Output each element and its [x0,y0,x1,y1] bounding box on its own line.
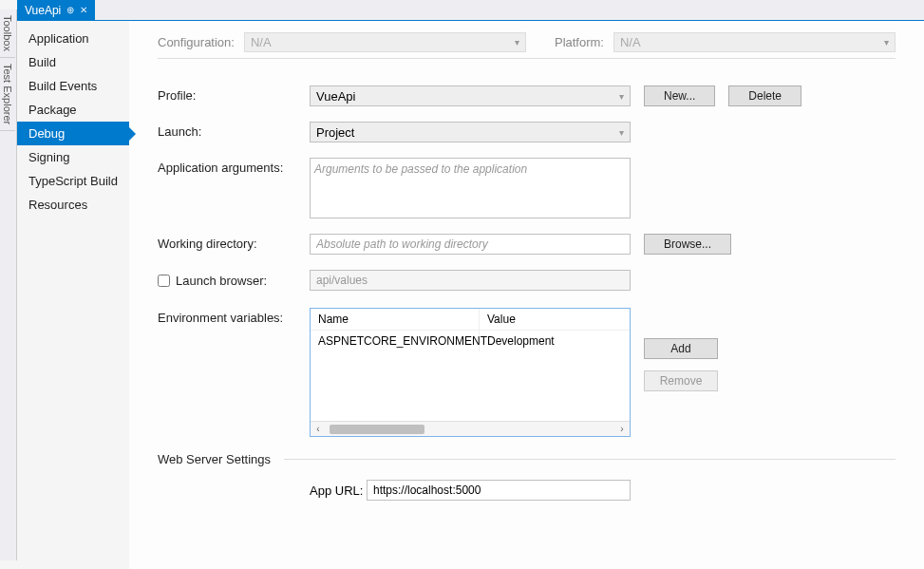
test-explorer-tab[interactable]: Test Explorer [0,58,15,131]
document-tab-title: VueApi [25,4,61,17]
browse-button[interactable]: Browse... [644,234,731,255]
document-tab-vueapi[interactable]: VueApi ⊕ ✕ [17,0,95,20]
table-row[interactable]: ASPNETCORE_ENVIRONMENT Development [311,331,630,351]
launch-select[interactable]: Project ▾ [310,122,631,142]
app-url-label: App URL: [310,484,367,498]
chevron-down-icon: ▾ [515,37,519,47]
scroll-right-icon[interactable]: › [614,424,630,434]
launch-browser-checkbox[interactable] [158,275,170,287]
content-wrap: Application Build Build Events Package D… [17,21,924,569]
env-header-name[interactable]: Name [311,309,480,330]
debug-pane: Configuration: N/A ▾ Platform: N/A ▾ Pro… [129,21,924,569]
pin-icon[interactable]: ⊕ [66,5,74,15]
nav-item-typescript-build[interactable]: TypeScript Build [17,169,129,193]
launch-row: Launch: Project ▾ [158,122,896,142]
app-url-input[interactable] [367,480,631,501]
web-server-settings-section: Web Server Settings [158,452,896,466]
remove-env-button: Remove [644,370,718,391]
config-platform-row: Configuration: N/A ▾ Platform: N/A ▾ [158,32,896,52]
working-directory-input[interactable] [310,234,631,255]
document-tab-bar: VueApi ⊕ ✕ [17,0,924,21]
close-icon[interactable]: ✕ [80,5,87,15]
env-cell-value[interactable]: Development [480,331,630,351]
app-args-label: Application arguments: [158,158,310,175]
env-vars-row: Environment variables: Name Value ASPNET… [158,308,896,437]
main-area: VueApi ⊕ ✕ Application Build Build Event… [17,0,924,569]
nav-item-signing[interactable]: Signing [17,145,129,169]
horizontal-scrollbar[interactable]: ‹ › [311,421,630,436]
platform-value: N/A [620,35,641,49]
app-url-row: App URL: [310,480,896,501]
side-tab-strip: Toolbox Test Explorer [0,9,17,560]
chevron-down-icon: ▾ [619,91,624,102]
profile-value: VueApi [316,89,355,104]
profile-select[interactable]: VueApi ▾ [310,85,631,106]
env-body: ASPNETCORE_ENVIRONMENT Development [311,331,630,421]
profile-row: Profile: VueApi ▾ New... Delete [158,85,896,106]
env-buttons: Add Remove [644,308,718,391]
nav-item-package[interactable]: Package [17,98,129,122]
working-directory-label: Working directory: [158,234,310,251]
chevron-down-icon: ▾ [619,127,624,138]
configuration-label: Configuration: [158,35,235,49]
nav-item-debug[interactable]: Debug [17,122,129,145]
nav-item-resources[interactable]: Resources [17,193,129,217]
scroll-thumb[interactable] [330,425,424,434]
app-args-row: Application arguments: [158,158,896,218]
chevron-down-icon: ▾ [884,37,889,47]
env-vars-table[interactable]: Name Value ASPNETCORE_ENVIRONMENT Develo… [310,308,631,437]
launch-value: Project [316,125,354,140]
web-server-settings-label: Web Server Settings [158,452,271,466]
scroll-left-icon[interactable]: ‹ [311,424,326,434]
env-header: Name Value [311,309,630,331]
env-vars-label: Environment variables: [158,308,310,325]
delete-profile-button[interactable]: Delete [728,85,801,106]
launch-browser-row: Launch browser: [158,270,896,291]
section-divider [284,459,896,460]
nav-item-build[interactable]: Build [17,50,129,74]
nav-item-build-events[interactable]: Build Events [17,74,129,98]
launch-label: Launch: [158,122,310,139]
launch-browser-url-input [310,270,631,291]
profile-label: Profile: [158,85,310,103]
nav-item-application[interactable]: Application [17,27,129,50]
add-env-button[interactable]: Add [644,338,718,359]
env-header-value[interactable]: Value [480,309,630,330]
platform-label: Platform: [555,35,604,49]
toolbox-tab[interactable]: Toolbox [0,9,15,58]
new-profile-button[interactable]: New... [644,85,715,106]
launch-browser-checkbox-label[interactable]: Launch browser: [158,274,310,288]
properties-nav: Application Build Build Events Package D… [17,21,129,569]
app-args-input[interactable] [310,158,631,218]
separator [158,58,896,59]
launch-browser-text: Launch browser: [176,274,267,288]
configuration-select: N/A ▾ [244,32,526,52]
env-cell-name[interactable]: ASPNETCORE_ENVIRONMENT [311,331,480,351]
platform-select: N/A ▾ [613,32,896,52]
working-directory-row: Working directory: Browse... [158,234,896,255]
configuration-value: N/A [251,35,272,49]
